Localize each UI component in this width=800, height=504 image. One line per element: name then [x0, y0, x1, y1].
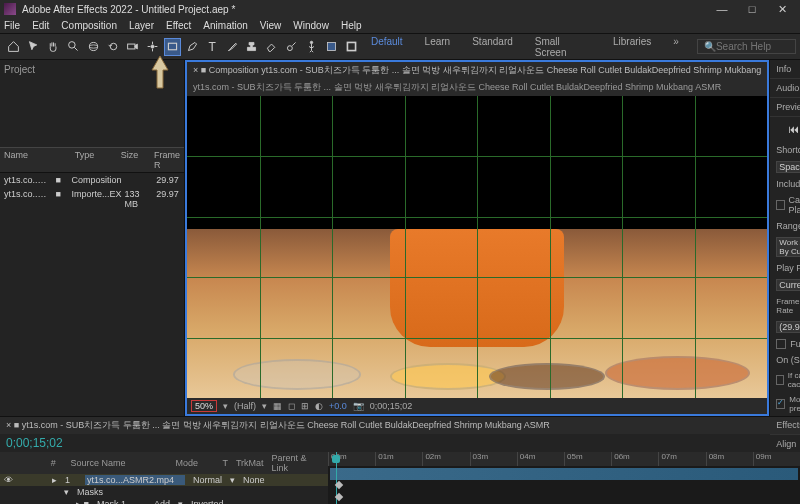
- maximize-button[interactable]: □: [738, 1, 766, 17]
- current-time[interactable]: 0;00;15;02: [0, 434, 69, 452]
- range-dropdown[interactable]: Work Area Extended By Current...: [776, 237, 800, 257]
- svg-rect-9: [347, 42, 355, 50]
- grid-toggle-icon[interactable]: ▦: [273, 401, 282, 411]
- zoom-tool-icon[interactable]: [64, 38, 82, 56]
- menu-edit[interactable]: Edit: [32, 20, 49, 31]
- layer-duration-bar[interactable]: [330, 468, 798, 480]
- timeline-tab[interactable]: × ■ yt1s.com - SUB치즈가득 두툼한 ... 솔면 먹방 새우튀…: [0, 417, 800, 434]
- rotation-tool-icon[interactable]: [104, 38, 122, 56]
- workspace-tab-small[interactable]: Small Screen: [525, 34, 601, 60]
- cache-checkbox[interactable]: [776, 200, 784, 210]
- zoom-level[interactable]: 50%: [191, 400, 217, 412]
- rectangle-tool-icon[interactable]: [164, 38, 182, 56]
- close-button[interactable]: ✕: [768, 1, 796, 17]
- timeline-masks[interactable]: ▾Masks: [0, 486, 328, 498]
- resolution-dropdown[interactable]: (Half): [234, 401, 256, 411]
- svg-point-0: [69, 42, 76, 49]
- camera-tool-icon[interactable]: [124, 38, 142, 56]
- type-tool-icon[interactable]: T: [203, 38, 221, 56]
- selection-tool-icon[interactable]: [25, 38, 43, 56]
- orbit-tool-icon[interactable]: [84, 38, 102, 56]
- pan-behind-tool-icon[interactable]: [144, 38, 162, 56]
- movetime-checkbox[interactable]: [776, 399, 785, 409]
- composition-breadcrumb[interactable]: yt1s.com - SUB치즈가득 두툼한 ... 솔면 먹방 새우튀김까지 …: [187, 79, 767, 96]
- timeline-layer[interactable]: 👁▸1yt1s.co...ASMR2.mp4Normal▾None: [0, 474, 328, 486]
- fullscreen-checkbox[interactable]: [776, 339, 786, 349]
- menu-layer[interactable]: Layer: [129, 20, 154, 31]
- menu-composition[interactable]: Composition: [61, 20, 117, 31]
- framerate-value[interactable]: (29.97): [776, 321, 800, 333]
- guides-toggle-icon[interactable]: ⊞: [301, 401, 309, 411]
- brush-tool-icon[interactable]: [223, 38, 241, 56]
- preview-panel-header[interactable]: Preview: [770, 98, 800, 117]
- composition-viewer[interactable]: [187, 96, 767, 398]
- toolbar: T Default Learn Standard Small Screen Li…: [0, 34, 800, 60]
- svg-point-1: [89, 42, 97, 50]
- menu-window[interactable]: Window: [293, 20, 329, 31]
- project-item[interactable]: yt1s.co...R.mp4■Importe...EX133 MB29.97: [0, 187, 184, 211]
- search-input[interactable]: [716, 41, 786, 52]
- eraser-tool-icon[interactable]: [263, 38, 281, 56]
- exposure-value[interactable]: +0.0: [329, 401, 347, 411]
- fill-swatch[interactable]: [322, 38, 340, 56]
- svg-rect-5: [168, 43, 176, 50]
- snapshot-icon[interactable]: 📷: [353, 401, 364, 411]
- menu-animation[interactable]: Animation: [203, 20, 247, 31]
- window-title: Adobe After Effects 2022 - Untitled Proj…: [22, 4, 708, 15]
- menu-effect[interactable]: Effect: [166, 20, 191, 31]
- svg-rect-3: [128, 44, 135, 49]
- preview-controls: ⏮ ◀ ▶ ▶ ⏭: [770, 117, 800, 142]
- workspace-tab-standard[interactable]: Standard: [462, 34, 523, 60]
- search-help[interactable]: 🔍: [697, 39, 796, 54]
- svg-rect-8: [327, 42, 335, 50]
- timeline-track-area[interactable]: 00m01m02m03m04m05m06m07m08m09m: [328, 452, 800, 504]
- workspace-tab-default[interactable]: Default: [361, 34, 413, 60]
- home-icon[interactable]: [5, 38, 23, 56]
- workspace-tab-learn[interactable]: Learn: [415, 34, 461, 60]
- puppet-tool-icon[interactable]: [302, 38, 320, 56]
- playfrom-dropdown[interactable]: Current Time: [776, 279, 800, 291]
- workspace-overflow-icon[interactable]: »: [663, 34, 689, 60]
- roto-brush-tool-icon[interactable]: [283, 38, 301, 56]
- project-columns-header: NameTypeSizeFrame R: [0, 148, 184, 173]
- info-panel-header[interactable]: Info: [770, 60, 800, 79]
- svg-point-4: [151, 45, 154, 48]
- first-frame-icon[interactable]: ⏮: [788, 123, 799, 136]
- svg-point-6: [287, 46, 292, 51]
- svg-point-2: [89, 45, 97, 48]
- composition-tab[interactable]: × ■ Composition yt1s.com - SUB치즈가득 두툼한 .…: [187, 62, 767, 79]
- effects-panel-header[interactable]: Effects & Presets: [770, 416, 800, 435]
- menubar: File Edit Composition Layer Effect Anima…: [0, 18, 800, 34]
- stroke-swatch[interactable]: [342, 38, 360, 56]
- viewer-footer: 50% ▾ (Half) ▾ ▦ ◻ ⊞ ◐ +0.0 📷 0;00;15;02: [187, 398, 767, 414]
- grid-overlay: [187, 96, 767, 398]
- search-icon: 🔍: [704, 41, 716, 52]
- menu-help[interactable]: Help: [341, 20, 362, 31]
- project-item[interactable]: yt1s.co...ASMR■Composition29.97: [0, 173, 184, 187]
- timeline-mask1[interactable]: ▸ ■Mask 1Add▾Inverted: [0, 498, 328, 504]
- hand-tool-icon[interactable]: [45, 38, 63, 56]
- audio-panel-header[interactable]: Audio: [770, 79, 800, 98]
- svg-point-7: [310, 41, 312, 43]
- minimize-button[interactable]: —: [708, 1, 736, 17]
- clone-stamp-tool-icon[interactable]: [243, 38, 261, 56]
- mask-toggle-icon[interactable]: ◻: [288, 401, 295, 411]
- shortcut-dropdown[interactable]: Spacebar: [776, 161, 800, 173]
- menu-view[interactable]: View: [260, 20, 282, 31]
- workspace-tab-libraries[interactable]: Libraries: [603, 34, 661, 60]
- menu-file[interactable]: File: [4, 20, 20, 31]
- pen-tool-icon[interactable]: [183, 38, 201, 56]
- annotation-arrow: [148, 54, 172, 90]
- app-logo: [4, 3, 16, 15]
- channel-icon[interactable]: ◐: [315, 401, 323, 411]
- viewer-time[interactable]: 0;00;15;02: [370, 401, 413, 411]
- timeline-ruler[interactable]: 00m01m02m03m04m05m06m07m08m09m: [328, 452, 800, 466]
- ifcaching-checkbox[interactable]: [776, 375, 783, 385]
